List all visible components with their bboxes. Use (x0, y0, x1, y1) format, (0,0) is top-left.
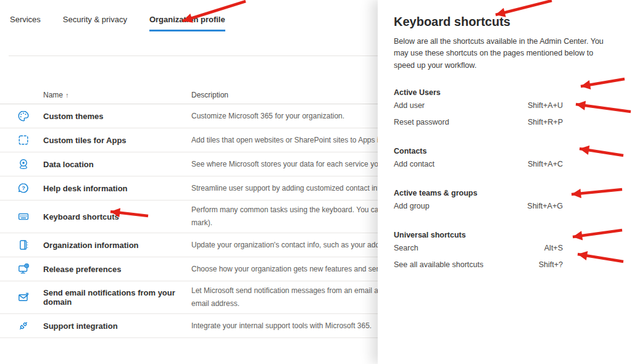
svg-text:?: ? (22, 185, 25, 191)
setting-name[interactable]: Custom tiles for Apps (43, 136, 191, 145)
shortcut-section-universal: Universal shortcuts Search Alt+S See all… (394, 231, 616, 273)
shortcut-label: Search (394, 244, 418, 252)
monitor-sync-icon (17, 263, 43, 275)
column-header-name-label: Name (43, 91, 63, 99)
tab-organization-profile[interactable]: Organization profile (149, 15, 225, 31)
setting-name[interactable]: Support integration (43, 321, 191, 331)
section-header: Active Users (394, 88, 616, 97)
shortcut-row-see-all: See all available shortcuts Shift+? (394, 256, 616, 273)
tab-security-privacy[interactable]: Security & privacy (63, 15, 127, 31)
shortcut-keys: Shift+R+P (528, 118, 563, 126)
envelope-icon (17, 291, 43, 304)
keyboard-shortcuts-panel: Keyboard shortcuts Below are all the sho… (378, 0, 632, 364)
shortcut-keys: Shift+? (539, 260, 563, 269)
setting-name[interactable]: Release preferences (43, 265, 191, 274)
setting-name[interactable]: Keyboard shortcuts (43, 212, 191, 221)
notebook-icon (17, 239, 43, 251)
column-header-name[interactable]: Name↑ (43, 91, 191, 99)
shortcut-row-search: Search Alt+S (394, 239, 616, 256)
shortcut-label: Add user (394, 101, 425, 110)
palette-icon (17, 110, 43, 122)
setting-name[interactable]: Data location (43, 160, 191, 169)
section-header: Active teams & groups (394, 189, 616, 197)
shortcut-label: See all available shortcuts (394, 260, 483, 269)
shortcut-label: Add contact (394, 160, 434, 168)
shortcut-label: Add group (394, 202, 430, 210)
shortcut-keys: Shift+A+C (528, 160, 563, 168)
dashed-square-icon (17, 134, 43, 146)
setting-name[interactable]: Organization information (43, 241, 191, 250)
shortcut-keys: Alt+S (544, 244, 563, 252)
shortcut-keys: Shift+A+U (528, 101, 563, 110)
setting-name[interactable]: Send email notifications from your domai… (43, 288, 191, 307)
keyboard-icon (17, 210, 43, 223)
shortcut-section-contacts: Contacts Add contact Shift+A+C (394, 147, 616, 172)
panel-intro-text: Below are all the shortcuts available in… (394, 36, 616, 72)
shortcut-section-teams-groups: Active teams & groups Add group Shift+A+… (394, 189, 616, 214)
setting-name[interactable]: Help desk information (43, 184, 191, 193)
panel-title: Keyboard shortcuts (394, 15, 616, 29)
section-header: Universal shortcuts (394, 231, 616, 239)
shortcut-row-add-user: Add user Shift+A+U (394, 97, 616, 114)
section-header: Contacts (394, 147, 616, 155)
plug-icon (17, 320, 43, 332)
shortcut-section-active-users: Active Users Add user Shift+A+U Reset pa… (394, 88, 616, 130)
shortcut-row-add-contact: Add contact Shift+A+C (394, 155, 616, 172)
shortcut-row-add-group: Add group Shift+A+G (394, 197, 616, 214)
help-bubble-icon: ? (17, 182, 43, 194)
sort-ascending-icon: ↑ (65, 91, 69, 99)
shortcut-keys: Shift+A+G (527, 202, 563, 210)
shortcut-row-reset-password: Reset password Shift+R+P (394, 114, 616, 130)
shortcut-label: Reset password (394, 118, 449, 126)
location-pin-icon (17, 158, 43, 170)
tab-services[interactable]: Services (10, 15, 41, 31)
setting-name[interactable]: Custom themes (43, 112, 191, 121)
